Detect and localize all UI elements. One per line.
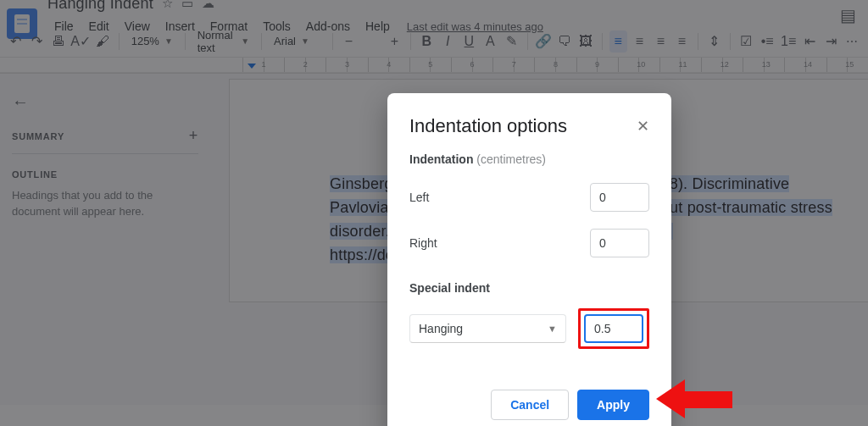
cancel-button[interactable]: Cancel [491,390,569,420]
right-indent-input[interactable] [590,229,649,257]
special-indent-select[interactable]: Hanging▼ [409,314,566,343]
dialog-title: Indentation options [409,115,567,137]
apply-button[interactable]: Apply [577,390,649,420]
close-icon[interactable]: ✕ [637,117,649,136]
annotation-arrow [656,379,732,418]
left-indent-input[interactable] [590,183,649,212]
special-indent-label: Special indent [409,281,649,295]
indentation-section-label: Indentation (centimetres) [409,152,649,166]
right-indent-label: Right [409,236,437,250]
indentation-options-dialog: Indentation options ✕ Indentation (centi… [387,93,671,426]
highlight-annotation [578,308,649,349]
special-indent-value-input[interactable] [584,314,643,343]
left-indent-label: Left [409,191,429,204]
